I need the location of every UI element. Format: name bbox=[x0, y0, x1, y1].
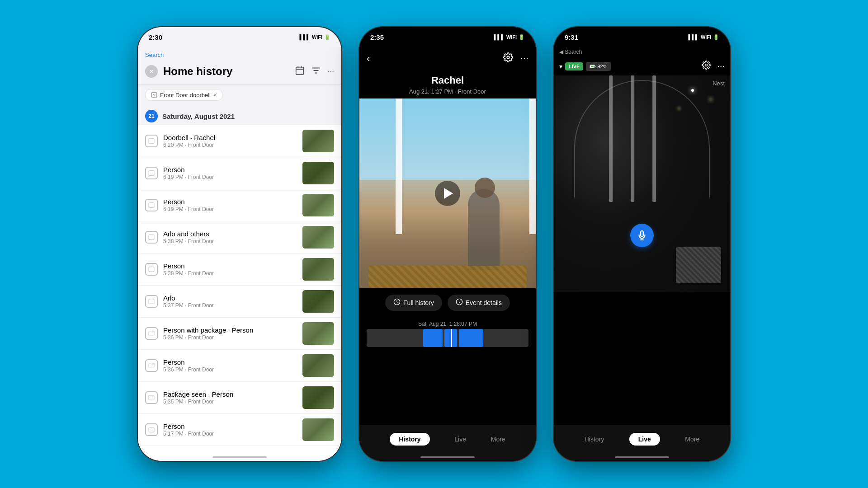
event-icon-0 bbox=[145, 135, 158, 147]
event-title-8: Package seen · Person bbox=[163, 390, 297, 398]
thumb-img-0 bbox=[302, 130, 334, 152]
night-pole-3 bbox=[652, 75, 656, 202]
nav-more-right[interactable]: More bbox=[685, 436, 699, 443]
event-icon-5 bbox=[145, 295, 158, 308]
more-icon-center[interactable]: ··· bbox=[520, 52, 528, 65]
status-icons-right: ▌▌▌ WiFi 🔋 bbox=[688, 34, 719, 40]
mic-button[interactable] bbox=[630, 224, 654, 247]
more-nav-label-center[interactable]: More bbox=[491, 436, 505, 443]
event-thumb-3 bbox=[302, 226, 334, 249]
bottom-nav-center: History Live More bbox=[359, 425, 536, 461]
event-details-button[interactable]: Event details bbox=[448, 295, 510, 311]
dropdown-icon[interactable]: ▾ bbox=[559, 63, 562, 70]
status-bar-center: 2:35 ▌▌▌ WiFi 🔋 bbox=[359, 27, 536, 47]
nav-live-right[interactable]: Live bbox=[629, 433, 660, 446]
event-icon-1 bbox=[145, 167, 158, 179]
battery-icon-right: 🔋 bbox=[713, 34, 719, 40]
event-title-9: Person bbox=[163, 422, 297, 430]
event-icon-2 bbox=[145, 199, 158, 211]
live-nav-label-right[interactable]: Live bbox=[629, 433, 660, 446]
battery-icon: 🔋 bbox=[324, 34, 330, 40]
svg-point-18 bbox=[507, 56, 509, 59]
event-details-label: Event details bbox=[466, 299, 502, 306]
settings-icon-center[interactable] bbox=[503, 52, 513, 65]
search-back-right[interactable]: ◀ Search bbox=[554, 47, 730, 57]
event-info-5: Arlo 5:37 PM · Front Door bbox=[163, 294, 297, 309]
event-icon-9 bbox=[145, 423, 158, 436]
event-title-3: Arlo and others bbox=[163, 230, 297, 238]
play-button[interactable] bbox=[435, 181, 460, 206]
date-badge: 21 bbox=[145, 110, 158, 122]
info-icon bbox=[456, 298, 463, 307]
video-header-icons: ··· bbox=[503, 52, 528, 65]
svg-point-26 bbox=[705, 64, 708, 66]
chip-remove-icon[interactable]: × bbox=[213, 91, 217, 99]
history-icon bbox=[393, 298, 401, 307]
status-bar-right: 9:31 ▌▌▌ WiFi 🔋 bbox=[554, 27, 730, 47]
nav-more-center[interactable]: More bbox=[491, 436, 505, 443]
event-item-7[interactable]: Person 5:36 PM · Front Door bbox=[138, 350, 341, 382]
full-history-label: Full history bbox=[403, 299, 434, 306]
thumb-img-9 bbox=[302, 418, 334, 441]
event-thumb-6 bbox=[302, 322, 334, 345]
thumb-img-4 bbox=[302, 258, 334, 281]
history-header: × Home history bbox=[138, 59, 341, 84]
settings-icon-right[interactable] bbox=[702, 61, 711, 72]
event-item-9[interactable]: Person 5:17 PM · Front Door bbox=[138, 414, 341, 446]
status-icons-left: ▌▌▌ WiFi 🔋 bbox=[299, 34, 330, 40]
night-rug bbox=[676, 247, 721, 283]
event-item-3[interactable]: Arlo and others 5:38 PM · Front Door bbox=[138, 221, 341, 253]
live-header: ▾ LIVE 92% ··· bbox=[554, 57, 730, 75]
event-item-2[interactable]: Person 6:19 PM · Front Door bbox=[138, 189, 341, 221]
svg-rect-13 bbox=[149, 299, 154, 304]
event-item-1[interactable]: Person 6:19 PM · Front Door bbox=[138, 157, 341, 189]
status-time-center: 2:35 bbox=[370, 33, 384, 41]
calendar-icon[interactable] bbox=[295, 66, 305, 78]
filter-icon[interactable] bbox=[311, 66, 321, 78]
event-info-9: Person 5:17 PM · Front Door bbox=[163, 422, 297, 437]
event-title-1: Person bbox=[163, 166, 297, 174]
event-item-8[interactable]: Package seen · Person 5:35 PM · Front Do… bbox=[138, 382, 341, 414]
full-history-button[interactable]: Full history bbox=[385, 295, 442, 311]
video-area[interactable]: Nest bbox=[359, 99, 536, 288]
nav-history-right[interactable]: History bbox=[585, 436, 604, 443]
event-title-4: Person bbox=[163, 262, 297, 270]
event-item-5[interactable]: Arlo 5:37 PM · Front Door bbox=[138, 286, 341, 318]
more-icon-left[interactable]: ··· bbox=[327, 67, 334, 76]
event-thumb-9 bbox=[302, 418, 334, 441]
battery-icon-center: 🔋 bbox=[519, 34, 525, 40]
event-thumb-5 bbox=[302, 290, 334, 313]
event-item-0[interactable]: Doorbell · Rachel 6:20 PM · Front Door bbox=[138, 125, 341, 157]
more-icon-right[interactable]: ··· bbox=[717, 61, 725, 72]
history-nav-label-right[interactable]: History bbox=[585, 436, 604, 443]
svg-rect-10 bbox=[149, 203, 154, 208]
phone-left: 2:30 ▌▌▌ WiFi 🔋 Search × Home history bbox=[138, 27, 341, 461]
close-button[interactable]: × bbox=[145, 65, 158, 78]
event-item-4[interactable]: Person 5:38 PM · Front Door bbox=[138, 253, 341, 286]
thumb-img-3 bbox=[302, 226, 334, 249]
svg-rect-7 bbox=[151, 93, 157, 98]
night-pole-1 bbox=[609, 75, 613, 202]
timeline-track[interactable] bbox=[367, 329, 528, 347]
back-to-search[interactable]: Search bbox=[145, 52, 164, 58]
event-info-1: Person 6:19 PM · Front Door bbox=[163, 166, 297, 180]
event-time-8: 5:35 PM · Front Door bbox=[163, 399, 297, 405]
nav-history[interactable]: History bbox=[390, 433, 429, 446]
svg-rect-11 bbox=[149, 235, 154, 240]
svg-rect-15 bbox=[149, 363, 154, 368]
thumb-img-2 bbox=[302, 194, 334, 216]
thumb-img-7 bbox=[302, 354, 334, 377]
video-header: ‹ ··· bbox=[359, 47, 536, 70]
back-button-center[interactable]: ‹ bbox=[367, 53, 370, 65]
event-info-4: Person 5:38 PM · Front Door bbox=[163, 262, 297, 277]
event-item-6[interactable]: Person with package · Person 5:36 PM · F… bbox=[138, 318, 341, 350]
history-nav-label[interactable]: History bbox=[390, 433, 429, 446]
nav-live-center[interactable]: Live bbox=[454, 436, 466, 443]
live-header-icons: ··· bbox=[702, 61, 725, 72]
filter-chip[interactable]: Front Door doorbell × bbox=[145, 89, 223, 101]
wifi-icon: WiFi bbox=[312, 34, 322, 40]
live-nav-label-center[interactable]: Live bbox=[454, 436, 466, 443]
timeline-bar[interactable] bbox=[359, 329, 536, 351]
timeline-segment-3 bbox=[459, 329, 483, 347]
more-nav-label-right[interactable]: More bbox=[685, 436, 699, 443]
